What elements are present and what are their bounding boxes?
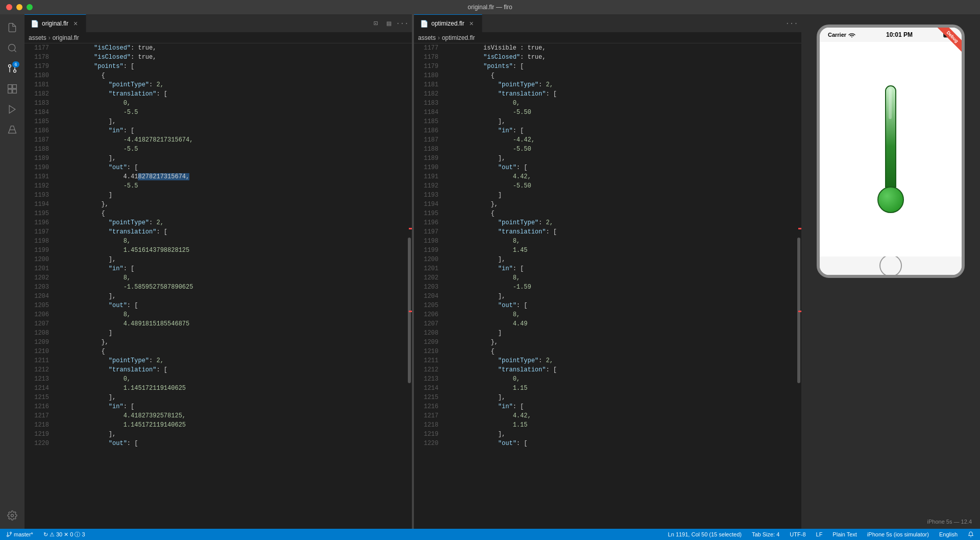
minimize-button[interactable] — [16, 4, 22, 10]
device-label: iPhone 5s — 12.4 — [801, 519, 980, 529]
tab-size-label: Tab Size: 4 — [752, 531, 779, 537]
notifications-item[interactable] — [966, 531, 976, 537]
problems-label: ⚠ 30 ✕ 0 ⓘ 3 — [50, 531, 85, 538]
tab-original-flr[interactable]: 📄 original.flr × — [24, 14, 86, 32]
right-breadcrumb: assets › optimized.flr — [414, 32, 801, 43]
tab-optimized-flr[interactable]: 📄 optimized.flr × — [414, 14, 482, 32]
svg-point-0 — [9, 44, 15, 51]
language-label: Plain Text — [832, 531, 857, 537]
position-label: Ln 1191, Col 50 (15 selected) — [668, 531, 742, 537]
left-editor-pane: 📄 original.flr × ⊡ ▤ ··· assets › origin… — [24, 14, 412, 529]
svg-point-17 — [7, 535, 9, 537]
window-controls[interactable] — [6, 4, 33, 10]
left-editor-scroll[interactable]: 1177117811791180118111821183118411851186… — [24, 43, 412, 529]
svg-rect-5 — [8, 85, 12, 89]
home-button[interactable] — [879, 254, 902, 277]
left-tab-actions: ⊡ ▤ ··· — [366, 14, 412, 32]
breadcrumb-assets-right[interactable]: assets — [418, 34, 436, 41]
breadcrumb-sep1: › — [48, 34, 51, 41]
status-left: master* ↻ ⚠ 30 ✕ 0 ⓘ 3 — [4, 531, 87, 538]
close-button[interactable] — [6, 4, 12, 10]
svg-point-16 — [10, 532, 12, 534]
sidebar-item-extensions[interactable] — [3, 80, 21, 98]
sync-item[interactable]: ↻ ⚠ 30 ✕ 0 ⓘ 3 — [41, 531, 87, 538]
more-actions-icon[interactable]: ··· — [397, 18, 408, 29]
thermometer-bulb — [877, 186, 904, 213]
left-code-content[interactable]: "isClosed": true, "isClosed": true, "poi… — [53, 43, 407, 529]
left-line-numbers: 1177117811791180118111821183118411851186… — [24, 43, 53, 529]
title-bar: original.flr — flro — [0, 0, 980, 14]
tab-close-button-right[interactable]: × — [468, 19, 476, 28]
breadcrumb-filename[interactable]: original.flr — [53, 34, 79, 41]
sidebar-item-search[interactable] — [3, 39, 21, 57]
sync-icon: ↻ — [43, 531, 48, 538]
file-icon-right: 📄 — [420, 20, 428, 28]
breadcrumb-assets[interactable]: assets — [29, 34, 46, 41]
locale-item[interactable]: English — [937, 531, 960, 537]
split-editor-icon[interactable]: ⊡ — [370, 18, 381, 29]
maximize-button[interactable] — [27, 4, 33, 10]
svg-marker-9 — [9, 106, 15, 113]
phone-time: 10:01 PM — [886, 31, 913, 38]
line-ending[interactable]: LF — [814, 531, 825, 537]
right-editor-scroll[interactable]: 1177117811791180118111821183118411851186… — [414, 43, 801, 529]
preview-panel: Debug Carrier 10:01 PM — [801, 14, 980, 529]
status-bar: master* ↻ ⚠ 30 ✕ 0 ⓘ 3 Ln 1191, Col 50 (… — [0, 529, 980, 540]
svg-rect-6 — [13, 85, 17, 89]
more-actions-icon-right[interactable]: ··· — [786, 18, 797, 29]
phone-content — [820, 42, 962, 256]
svg-point-3 — [9, 65, 11, 67]
phone-frame: Debug Carrier 10:01 PM — [817, 25, 965, 278]
sidebar-item-files[interactable] — [3, 18, 21, 37]
file-icon: 📄 — [31, 20, 39, 28]
svg-rect-8 — [13, 89, 17, 93]
svg-point-10 — [11, 514, 14, 517]
svg-line-1 — [14, 50, 16, 52]
sidebar-item-source-control[interactable]: 6 — [3, 59, 21, 78]
settings-icon[interactable] — [3, 506, 21, 525]
tab-size[interactable]: Tab Size: 4 — [750, 531, 781, 537]
line-ending-label: LF — [816, 531, 823, 537]
wifi-icon — [848, 32, 855, 37]
toggle-sidebar-icon[interactable]: ▤ — [383, 18, 395, 29]
left-breadcrumb: assets › original.flr — [24, 32, 412, 43]
source-control-badge: 6 — [12, 61, 19, 67]
breadcrumb-sep2: › — [438, 34, 440, 41]
svg-point-11 — [851, 36, 852, 37]
thermometer — [877, 85, 904, 213]
encoding[interactable]: UTF-8 — [788, 531, 807, 537]
thermometer-tube — [885, 85, 896, 187]
git-branch-item[interactable]: master* — [4, 531, 35, 537]
debug-badge: Debug — [937, 28, 962, 53]
svg-rect-7 — [8, 89, 12, 93]
simulator-label: iPhone 5s (ios simulator) — [867, 531, 929, 537]
right-tab-actions: ··· — [782, 14, 801, 32]
status-right: Ln 1191, Col 50 (15 selected) Tab Size: … — [666, 531, 976, 537]
phone-home-indicator — [820, 256, 962, 275]
cursor-position[interactable]: Ln 1191, Col 50 (15 selected) — [666, 531, 744, 537]
simulator-item[interactable]: iPhone 5s (ios simulator) — [865, 531, 931, 537]
locale-label: English — [939, 531, 958, 537]
right-code-content[interactable]: isVisible : true, "isClosed": true, "poi… — [443, 43, 796, 529]
tab-close-button[interactable]: × — [71, 19, 80, 28]
main-container: 6 — [0, 14, 980, 529]
editors-split: 📄 original.flr × ⊡ ▤ ··· assets › origin… — [24, 14, 801, 529]
right-scrollbar[interactable] — [796, 43, 801, 529]
branch-icon — [6, 531, 12, 537]
activity-bar: 6 — [0, 14, 24, 529]
tab-label-right: optimized.flr — [431, 20, 464, 27]
git-branch-label: master* — [14, 531, 33, 537]
tab-label: original.flr — [42, 20, 68, 27]
sidebar-item-run[interactable] — [3, 100, 21, 119]
editor-area: 📄 original.flr × ⊡ ▤ ··· assets › origin… — [24, 14, 801, 529]
left-scrollbar[interactable] — [407, 43, 412, 529]
bell-icon — [968, 531, 974, 537]
carrier-label: Carrier — [828, 32, 846, 38]
language-mode[interactable]: Plain Text — [830, 531, 859, 537]
encoding-label: UTF-8 — [790, 531, 805, 537]
window-title: original.flr — flro — [468, 4, 512, 11]
breadcrumb-filename-right[interactable]: optimized.flr — [442, 34, 475, 41]
left-tabs: 📄 original.flr × ⊡ ▤ ··· — [24, 14, 412, 32]
sidebar-item-flask[interactable] — [3, 121, 21, 139]
right-editor-pane: 📄 optimized.flr × ··· assets › optimized… — [414, 14, 801, 529]
